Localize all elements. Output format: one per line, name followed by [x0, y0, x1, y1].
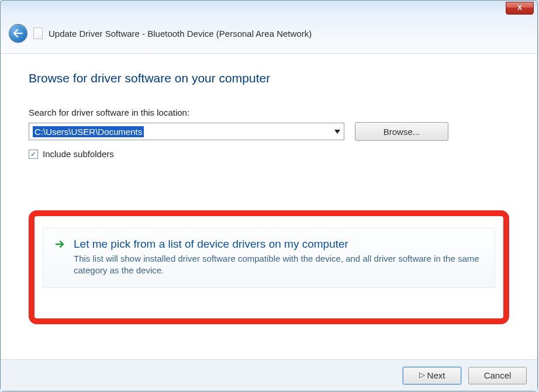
search-location-label: Search for driver software in this locat… — [29, 107, 509, 117]
include-subfolders-row: ✓ Include subfolders — [29, 149, 509, 159]
back-arrow-icon — [13, 29, 23, 37]
next-button-label: Next — [427, 370, 445, 380]
location-value: C:\Users\USER\Documents — [33, 126, 144, 137]
path-row: C:\Users\USER\Documents Browse... — [29, 122, 509, 141]
option-text: Let me pick from a list of device driver… — [74, 238, 485, 277]
close-button[interactable]: X — [506, 2, 534, 15]
window-title: Update Driver Software - Bluetooth Devic… — [49, 29, 312, 39]
dialog-window: X Update Driver Software - Bluetooth Dev… — [0, 0, 538, 391]
arrow-right-icon — [54, 238, 67, 251]
back-button[interactable] — [9, 24, 27, 43]
chevron-down-icon[interactable] — [334, 130, 340, 134]
cursor-icon: ▷ — [419, 370, 425, 379]
header: Update Driver Software - Bluetooth Devic… — [1, 18, 537, 54]
highlight-annotation: Let me pick from a list of device driver… — [29, 210, 509, 324]
footer: ▷ Next Cancel — [1, 359, 537, 391]
page-heading: Browse for driver software on your compu… — [29, 71, 509, 85]
include-subfolders-label: Include subfolders — [43, 149, 114, 159]
option-title: Let me pick from a list of device driver… — [74, 238, 485, 251]
titlebar: X — [1, 1, 537, 18]
browse-button[interactable]: Browse... — [355, 122, 448, 141]
close-icon: X — [517, 4, 522, 12]
include-subfolders-checkbox[interactable]: ✓ — [29, 150, 38, 159]
location-combobox[interactable]: C:\Users\USER\Documents — [29, 123, 344, 140]
next-button[interactable]: ▷ Next — [403, 367, 461, 384]
option-description: This list will show installed driver sof… — [74, 253, 485, 277]
installer-file-icon — [33, 27, 43, 39]
cancel-button[interactable]: Cancel — [468, 367, 527, 384]
content-area: Browse for driver software on your compu… — [1, 54, 537, 330]
pick-from-list-option[interactable]: Let me pick from a list of device driver… — [43, 228, 495, 288]
